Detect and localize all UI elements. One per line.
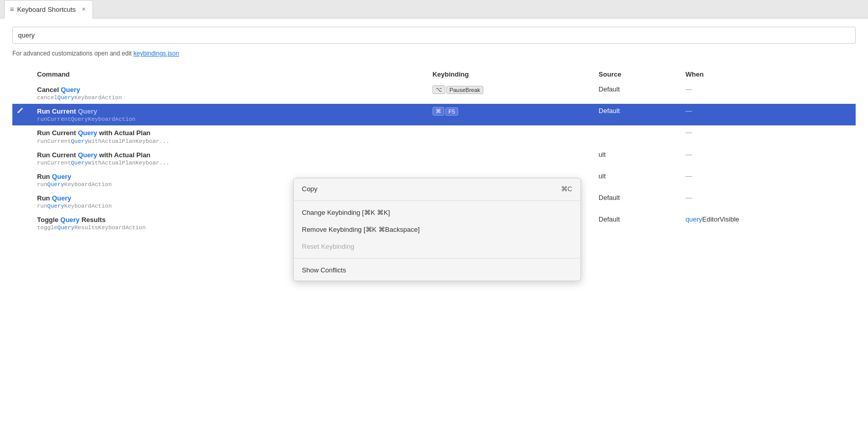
context-menu-item-copy[interactable]: Copy ⌘C <box>294 180 581 197</box>
when-cell: — <box>681 169 856 191</box>
context-menu-item-show-conflicts[interactable]: Show Conflicts <box>294 262 581 279</box>
command-name: Run Current Query <box>37 107 424 116</box>
table-row[interactable]: Run Current Query runCurrentQueryKeyboar… <box>12 104 856 125</box>
when-dash: — <box>685 172 692 180</box>
cmd-prefix: Run Current <box>37 129 78 137</box>
key-chip: PauseBreak <box>446 86 483 94</box>
cmd-highlight: Query <box>78 129 97 137</box>
key-chip: ⌘ <box>432 107 444 116</box>
cmdid-suffix: KeyboardAction <box>75 95 122 101</box>
keybindings-json-link[interactable]: keybindings.json <box>133 50 179 57</box>
source-cell: ult <box>594 169 681 191</box>
command-name: Cancel Query <box>37 85 424 95</box>
tab-bar: ≡ Keyboard Shortcuts × <box>0 0 868 19</box>
command-id: runCurrentQueryWithActualPlanKeyboar... <box>37 138 424 144</box>
when-cell: — <box>681 191 856 212</box>
cmdid-highlight: Query <box>71 116 88 122</box>
cmdid-highlight: Query <box>58 95 75 101</box>
source-cell: Default <box>594 104 681 125</box>
source-cell: Default <box>594 82 681 104</box>
when-cell: queryEditorVisible <box>681 212 856 234</box>
source-cell: ult <box>594 148 681 169</box>
cmdid-suffix: KeyboardAction <box>88 116 135 122</box>
when-dash: — <box>685 107 692 115</box>
command-cell: Run Current Query with Actual Plan runCu… <box>33 125 428 147</box>
cmdid-suffix: ResultsKeyboardAction <box>75 225 146 231</box>
cmd-suffix: Results <box>80 216 106 224</box>
key-combo: ⌘ F5 <box>432 107 590 116</box>
table-row[interactable]: Run Current Query with Actual Plan runCu… <box>12 148 856 169</box>
cmdid-highlight: Query <box>71 160 88 166</box>
cmd-prefix: Toggle <box>37 216 60 224</box>
context-menu-section-2: Change Keybinding [⌘K ⌘K] Remove Keybind… <box>294 202 581 257</box>
cmdid-prefix: runCurrent <box>37 116 71 122</box>
cmd-highlight: Query <box>52 194 71 202</box>
cmdid-prefix: cancel <box>37 95 58 101</box>
cmd-prefix: Cancel <box>37 86 61 94</box>
command-cell: Run Current Query with Actual Plan runCu… <box>33 148 428 169</box>
keybinding-cell: ⌘ F5 <box>428 104 594 125</box>
context-menu-copy-label: Copy <box>302 185 317 193</box>
when-suffix: EditorVisible <box>702 215 739 223</box>
cmd-highlight: Query <box>78 107 97 115</box>
when-cell: — <box>681 148 856 169</box>
context-menu-item-remove-keybinding[interactable]: Remove Keybinding [⌘K ⌘Backspace] <box>294 221 581 238</box>
col-command-header: Command <box>33 67 428 82</box>
when-query-link[interactable]: query <box>685 215 702 223</box>
col-when-header: When <box>681 67 856 82</box>
command-id: cancelQueryKeyboardAction <box>37 95 424 101</box>
context-menu: Copy ⌘C Change Keybinding [⌘K ⌘K] Remove… <box>293 178 581 281</box>
when-dash: — <box>685 85 692 93</box>
search-input[interactable] <box>12 27 856 44</box>
cmdid-prefix: runCurrent <box>37 160 71 166</box>
edit-icon-cell <box>12 212 33 234</box>
keybinding-cell: ⌥ PauseBreak <box>428 82 594 104</box>
cmd-highlight: Query <box>52 173 71 180</box>
cmd-highlight: Query <box>61 86 80 94</box>
tab-close-button[interactable]: × <box>80 5 87 14</box>
cmdid-highlight: Query <box>47 181 64 188</box>
context-menu-show-conflicts-label: Show Conflicts <box>302 266 346 274</box>
cmd-highlight: Query <box>60 216 80 224</box>
command-cell: Cancel Query cancelQueryKeyboardAction <box>33 82 428 104</box>
keybinding-cell <box>428 148 594 169</box>
source-cell: Default <box>594 191 681 212</box>
cmdid-highlight: Query <box>47 203 64 209</box>
cmdid-highlight: Query <box>58 225 75 231</box>
cmd-prefix: Run Current <box>37 151 78 159</box>
command-id: runCurrentQueryKeyboardAction <box>37 116 424 122</box>
info-text: For advanced customizations open and edi… <box>12 50 856 57</box>
command-name: Run Current Query with Actual Plan <box>37 151 424 160</box>
edit-icon-cell <box>12 169 33 191</box>
when-dash: — <box>685 128 692 136</box>
main-content: For advanced customizations open and edi… <box>0 19 868 441</box>
cmdid-highlight: Query <box>71 138 88 144</box>
context-menu-item-change-keybinding[interactable]: Change Keybinding [⌘K ⌘K] <box>294 204 581 221</box>
table-row[interactable]: Cancel Query cancelQueryKeyboardAction ⌥… <box>12 82 856 104</box>
edit-icon-cell <box>12 104 33 125</box>
cmd-prefix: Run <box>37 173 52 180</box>
col-keybinding-header: Keybinding <box>428 67 594 82</box>
context-menu-change-keybinding-label: Change Keybinding [⌘K ⌘K] <box>302 209 390 216</box>
col-edit <box>12 67 33 82</box>
source-cell: Default <box>594 212 681 234</box>
cmdid-prefix: run <box>37 203 47 209</box>
table-row[interactable]: Run Current Query with Actual Plan runCu… <box>12 125 856 147</box>
keyboard-shortcuts-tab[interactable]: ≡ Keyboard Shortcuts × <box>4 0 93 19</box>
cmd-suffix: with Actual Plan <box>97 151 151 159</box>
command-cell: Run Current Query runCurrentQueryKeyboar… <box>33 104 428 125</box>
context-menu-item-reset-keybinding: Reset Keybinding <box>294 238 581 255</box>
cmdid-suffix: WithActualPlanKeyboar... <box>88 160 169 166</box>
key-combo: ⌥ PauseBreak <box>432 85 590 94</box>
edit-icon-cell <box>12 125 33 147</box>
context-menu-reset-keybinding-label: Reset Keybinding <box>302 243 354 250</box>
cmd-highlight: Query <box>78 151 97 159</box>
context-menu-divider-1 <box>294 200 581 201</box>
edit-icon-cell <box>12 148 33 169</box>
cmd-suffix: with Actual Plan <box>97 129 151 137</box>
pencil-icon <box>16 107 24 114</box>
cmd-prefix: Run <box>37 194 52 202</box>
cmdid-suffix: KeyboardAction <box>64 181 112 188</box>
source-cell <box>594 125 681 147</box>
col-source-header: Source <box>594 67 681 82</box>
